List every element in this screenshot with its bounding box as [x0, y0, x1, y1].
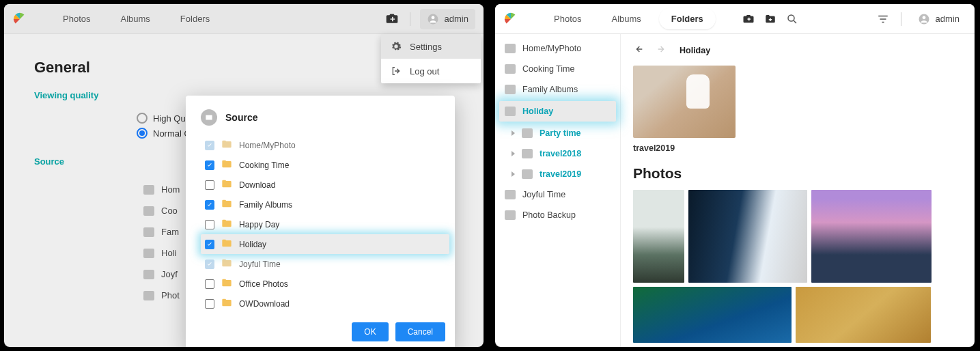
source-folder-row[interactable]: Office Photos [201, 274, 449, 294]
folder-icon [221, 278, 232, 290]
sidebar-folder-item[interactable]: Party time [495, 123, 620, 143]
sidebar-folder-item[interactable]: Home/MyPhoto [495, 38, 620, 59]
source-folder-row[interactable]: Holiday [201, 234, 449, 254]
topbar: Photos Albums Folders admin [4, 4, 484, 34]
nav-folders[interactable]: Folders [659, 8, 716, 29]
photo-thumbnail[interactable] [633, 190, 684, 283]
folder-label: Office Photos [239, 279, 288, 289]
photo-thumbnail[interactable] [796, 287, 931, 343]
source-folder-row[interactable]: Joyful Time [201, 254, 449, 274]
tree-expand-icon [512, 151, 515, 156]
cancel-button[interactable]: Cancel [395, 322, 445, 341]
topbar: Photos Albums Folders admin [495, 4, 975, 34]
folder-icon [221, 159, 232, 171]
folder-icon [522, 128, 533, 138]
checkbox[interactable] [205, 141, 214, 150]
radio-icon [137, 113, 148, 124]
upload-photo-icon[interactable] [740, 11, 757, 27]
user-menu-button[interactable]: admin [911, 9, 966, 29]
breadcrumb-title: Holiday [680, 46, 710, 55]
folder-icon [505, 85, 516, 94]
checkbox[interactable] [205, 160, 214, 170]
photo-thumbnail[interactable] [688, 190, 807, 283]
source-folder-row[interactable]: Download [201, 175, 449, 195]
checkbox[interactable] [205, 259, 214, 269]
sidebar-item-label: travel2019 [540, 169, 581, 179]
nav-folders[interactable]: Folders [168, 8, 222, 29]
folder-label: OWDownload [239, 299, 290, 309]
folder-icon [522, 169, 533, 179]
sidebar-folder-item[interactable]: Photo Backup [495, 205, 620, 225]
svg-point-1 [431, 16, 434, 19]
folder-icon [221, 139, 232, 151]
photos-heading: Photos [633, 165, 962, 182]
radio-icon [137, 128, 148, 139]
folder-icon [505, 210, 516, 220]
folder-label: Cooking Time [239, 160, 289, 170]
checkbox[interactable] [205, 200, 214, 210]
filter-icon[interactable] [875, 11, 891, 27]
folder-icon [143, 206, 154, 216]
new-folder-icon[interactable] [762, 11, 779, 27]
checkbox[interactable] [205, 220, 214, 229]
folder-sidebar: Home/MyPhotoCooking TimeFamily AlbumsHol… [495, 34, 621, 347]
subfolder-thumbnail [633, 66, 736, 138]
sidebar-folder-item[interactable]: travel2018 [495, 143, 620, 164]
checkbox[interactable] [205, 180, 214, 190]
user-name: admin [936, 14, 960, 24]
ok-button[interactable]: OK [352, 322, 388, 341]
folder-label: Holiday [239, 240, 266, 249]
sidebar-item-label: Party time [540, 128, 580, 138]
sidebar-folder-item[interactable]: Family Albums [495, 79, 620, 100]
photo-thumbnail[interactable] [811, 190, 932, 283]
folder-icon [143, 249, 154, 258]
search-icon[interactable] [784, 11, 800, 27]
folder-label: Joyful Time [239, 259, 281, 269]
source-dialog-icon [201, 109, 217, 126]
settings-window: Photos Albums Folders admin Settings Log… [4, 4, 484, 347]
sidebar-folder-item[interactable]: Cooking Time [495, 59, 620, 79]
source-folder-row[interactable]: Cooking Time [201, 155, 449, 175]
checkbox[interactable] [205, 240, 214, 249]
folder-icon [221, 298, 232, 309]
nav-photos[interactable]: Photos [542, 8, 593, 29]
svg-point-3 [788, 15, 794, 21]
folder-label: Download [239, 180, 275, 190]
sidebar-item-label: Photo Backup [522, 210, 576, 220]
folder-icon [143, 291, 154, 300]
user-dropdown: Settings Log out [381, 34, 481, 83]
dialog-body[interactable]: Home/MyPhotoCooking TimeDownloadFamily A… [186, 134, 455, 315]
folder-icon [522, 149, 533, 158]
nav-albums[interactable]: Albums [108, 8, 162, 29]
app-logo-icon [503, 12, 518, 27]
sidebar-folder-item[interactable]: Holiday [499, 101, 616, 122]
source-folder-row[interactable]: OWDownload [201, 294, 449, 313]
user-menu-button[interactable]: admin [420, 9, 475, 29]
folder-icon [505, 107, 516, 116]
settings-menu-item[interactable]: Settings [381, 34, 481, 59]
folder-icon [221, 258, 232, 270]
back-arrow-icon[interactable] [633, 44, 644, 57]
logout-icon [391, 66, 402, 76]
folder-label: Family Albums [239, 200, 292, 210]
folder-icon [221, 238, 232, 250]
app-logo-icon [12, 12, 27, 27]
sidebar-item-label: Family Albums [522, 85, 578, 94]
dialog-footer: OK Cancel [186, 315, 455, 347]
upload-photo-icon[interactable] [384, 11, 400, 27]
sidebar-item-label: Home/MyPhoto [522, 44, 581, 53]
source-folder-row[interactable]: Home/MyPhoto [201, 135, 449, 155]
nav-photos[interactable]: Photos [51, 8, 102, 29]
checkbox[interactable] [205, 299, 214, 309]
logout-menu-item[interactable]: Log out [381, 59, 481, 83]
photo-thumbnail[interactable] [633, 287, 792, 343]
checkbox[interactable] [205, 279, 214, 289]
sidebar-folder-item[interactable]: Joyful Time [495, 184, 620, 205]
nav-albums[interactable]: Albums [599, 8, 653, 29]
sidebar-folder-item[interactable]: travel2019 [495, 164, 620, 184]
source-folder-row[interactable]: Happy Day [201, 214, 449, 234]
source-folder-row[interactable]: Family Albums [201, 195, 449, 214]
subfolder-tile[interactable]: travel2019 [633, 66, 736, 153]
folder-icon [143, 185, 154, 195]
subfolder-label: travel2019 [633, 143, 736, 153]
